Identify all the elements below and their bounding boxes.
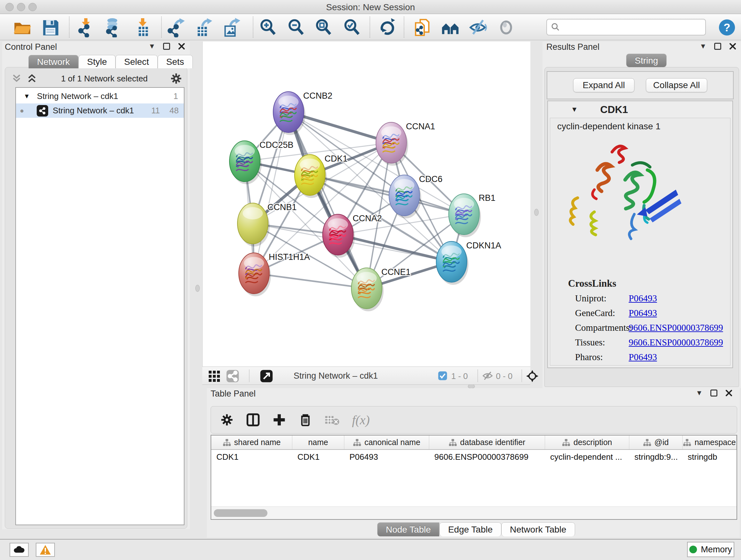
- node-label-CCNA2: CCNA2: [353, 213, 382, 223]
- clone-network-button[interactable]: [412, 17, 433, 38]
- cdk1-expander-icon[interactable]: ▼: [571, 105, 578, 114]
- birds-eye-icon[interactable]: [525, 369, 539, 383]
- help-button[interactable]: ?: [717, 17, 738, 38]
- network-node-RB1[interactable]: [449, 194, 481, 237]
- collection-expander-icon[interactable]: ▼: [23, 92, 30, 100]
- delete-column-icon[interactable]: [298, 413, 313, 427]
- table-cell[interactable]: stringdb:9...: [629, 450, 683, 464]
- tab-select[interactable]: Select: [116, 55, 158, 68]
- export-table-button[interactable]: [193, 17, 214, 38]
- zoom-selected-button[interactable]: [341, 17, 362, 38]
- tab-style[interactable]: Style: [78, 55, 116, 68]
- network-node-HIST1H1A[interactable]: [239, 253, 271, 296]
- control-panel-menu-icon[interactable]: ▼: [148, 42, 155, 51]
- tab-sets[interactable]: Sets: [158, 55, 193, 68]
- network-edge[interactable]: [288, 112, 367, 288]
- zoom-fit-button[interactable]: [313, 17, 334, 38]
- results-panel-title: Results Panel: [546, 42, 600, 52]
- import-network-file-button[interactable]: [76, 17, 97, 38]
- first-neighbors-button[interactable]: [440, 17, 461, 38]
- tab-node-table[interactable]: Node Table: [377, 522, 440, 537]
- network-canvas[interactable]: CCNB2CCNA1CDC25BCDK1CDC6RB1CCNB1CCNA2CDK…: [202, 42, 530, 367]
- column-header-canonicalname[interactable]: canonical name: [344, 435, 429, 449]
- import-network-database-button[interactable]: [103, 17, 124, 38]
- network-node-CCNA1[interactable]: [376, 122, 408, 166]
- table-panel-float-icon[interactable]: [711, 389, 718, 396]
- export-image-button[interactable]: [220, 17, 242, 38]
- save-session-button[interactable]: [40, 17, 61, 38]
- column-header-sharedname[interactable]: shared name: [211, 435, 292, 449]
- column-header-name[interactable]: name: [292, 435, 344, 449]
- table-cell[interactable]: CDK1: [292, 450, 344, 464]
- grid-view-icon[interactable]: [208, 370, 221, 382]
- table-cell[interactable]: cyclin-dependent ...: [545, 450, 629, 464]
- network-row[interactable]: ● String Network – cdk1 11 48: [16, 104, 184, 118]
- zoom-in-button[interactable]: [258, 17, 279, 38]
- crosslink-value-link[interactable]: P06493: [629, 308, 657, 318]
- table-hscrollbar-thumb[interactable]: [214, 509, 267, 517]
- show-columns-icon[interactable]: [246, 413, 260, 427]
- search-bar[interactable]: [546, 19, 706, 36]
- collapse-all-icon[interactable]: [11, 73, 23, 84]
- tab-network[interactable]: Network: [28, 55, 78, 68]
- table-cell[interactable]: stringdb: [683, 450, 737, 464]
- table-cell[interactable]: P06493: [344, 450, 429, 464]
- network-node-CDKN1A[interactable]: [436, 241, 468, 285]
- table-row[interactable]: CDK1CDK1P064939606.ENSP00000378699cyclin…: [211, 450, 737, 464]
- results-panel-float-icon[interactable]: [714, 43, 721, 50]
- search-input[interactable]: [560, 22, 697, 32]
- results-panel-menu-icon[interactable]: ▼: [699, 42, 706, 51]
- table-panel-menu-icon[interactable]: ▼: [696, 389, 703, 397]
- open-session-button[interactable]: [12, 17, 33, 38]
- selected-checkbox-icon[interactable]: [438, 371, 448, 381]
- table-panel-close-icon[interactable]: [725, 389, 733, 397]
- column-header-databaseidentifier[interactable]: database identifier: [429, 435, 545, 449]
- network-collection-row[interactable]: ▼ String Network – cdk1 1: [16, 89, 184, 104]
- crosslink-value-link[interactable]: 9606.ENSP00000378699: [629, 337, 723, 348]
- expand-all-button[interactable]: Expand All: [573, 78, 634, 92]
- warnings-button[interactable]: [36, 543, 55, 557]
- expand-all-icon[interactable]: [26, 73, 39, 84]
- show-all-button[interactable]: [495, 17, 517, 38]
- network-node-CCNA2[interactable]: [323, 214, 355, 258]
- tab-network-table[interactable]: Network Table: [501, 522, 575, 537]
- network-edge[interactable]: [254, 112, 288, 273]
- results-panel-close-icon[interactable]: [729, 43, 737, 50]
- import-table-file-button[interactable]: [132, 17, 153, 38]
- cloud-button[interactable]: [10, 543, 29, 557]
- network-node-CDC6[interactable]: [389, 175, 421, 219]
- collection-label: String Network – cdk1: [37, 91, 118, 101]
- table-cell[interactable]: CDK1: [211, 450, 292, 464]
- network-node-CCNB2[interactable]: [273, 91, 306, 135]
- network-node-CCNB1[interactable]: [238, 203, 270, 246]
- export-network-button[interactable]: [165, 17, 187, 38]
- table-cell[interactable]: 9606.ENSP00000378699: [429, 450, 545, 464]
- left-splitter-handle[interactable]: [195, 285, 200, 292]
- table-hscrollbar[interactable]: [211, 506, 737, 519]
- crosslink-value-link[interactable]: P06493: [629, 293, 657, 303]
- refresh-button[interactable]: [377, 17, 398, 38]
- network-node-CCNE1[interactable]: [351, 268, 384, 311]
- right-splitter-handle[interactable]: [534, 209, 539, 216]
- control-panel-close-icon[interactable]: [178, 43, 185, 50]
- network-options-gear-icon[interactable]: [170, 72, 183, 85]
- hide-selected-button[interactable]: [468, 17, 489, 38]
- tab-edge-table[interactable]: Edge Table: [440, 522, 501, 537]
- network-list-icon[interactable]: [226, 369, 239, 383]
- column-header-namespace[interactable]: namespace: [683, 435, 737, 449]
- control-panel-float-icon[interactable]: [163, 43, 170, 50]
- memory-button[interactable]: Memory: [687, 542, 734, 557]
- crosslink-value-link[interactable]: P06493: [629, 352, 657, 362]
- bottom-splitter-handle[interactable]: [468, 384, 475, 388]
- detach-view-icon[interactable]: [260, 369, 273, 383]
- zoom-out-button[interactable]: [286, 17, 307, 38]
- crosslink-value-link[interactable]: 9606.ENSP00000378699: [629, 322, 723, 333]
- collapse-all-button[interactable]: Collapse All: [646, 78, 707, 92]
- tab-string[interactable]: String: [626, 54, 667, 67]
- table-options-gear-icon[interactable]: [220, 413, 234, 427]
- add-column-icon[interactable]: [272, 413, 286, 427]
- column-header-description[interactable]: description: [545, 435, 629, 449]
- column-header-id[interactable]: @id: [629, 435, 683, 449]
- function-builder-button: f(x): [352, 413, 370, 428]
- network-node-CDK1[interactable]: [294, 154, 327, 198]
